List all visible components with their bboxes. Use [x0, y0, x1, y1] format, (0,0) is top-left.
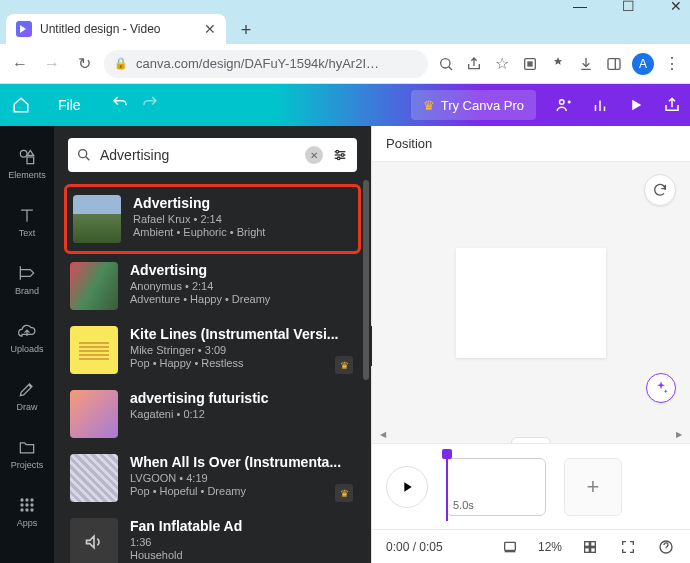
- sidebar-item-text[interactable]: Text: [0, 192, 54, 250]
- canva-top-bar: File ♛ Try Canva Pro: [0, 84, 690, 126]
- svg-rect-31: [585, 541, 590, 546]
- window-minimize[interactable]: —: [573, 0, 587, 14]
- sidebar-item-elements[interactable]: Elements: [0, 134, 54, 192]
- try-canva-pro-button[interactable]: ♛ Try Canva Pro: [411, 90, 536, 120]
- new-tab-button[interactable]: +: [232, 16, 260, 44]
- video-page[interactable]: [456, 248, 606, 358]
- playhead[interactable]: [446, 455, 448, 521]
- present-button[interactable]: [618, 84, 654, 126]
- track-tags: Ambient • Euphoric • Bright: [133, 226, 352, 238]
- svg-rect-34: [591, 547, 596, 552]
- audio-track-item[interactable]: AdvertisingAnonymus • 2:14Adventure • Ha…: [64, 254, 361, 318]
- svg-point-18: [20, 508, 23, 511]
- browser-menu-icon[interactable]: ⋮: [662, 54, 682, 74]
- track-title: When All Is Over (Instrumenta...: [130, 454, 355, 470]
- timeline-clip[interactable]: 5.0s: [446, 458, 546, 516]
- sidebar-label: Brand: [15, 286, 39, 296]
- track-meta: 1:36: [130, 536, 355, 548]
- notes-icon[interactable]: [500, 537, 520, 557]
- tab-title: Untitled design - Video: [40, 22, 196, 36]
- zoom-level[interactable]: 12%: [538, 540, 562, 554]
- track-title: Fan Inflatable Ad: [130, 518, 355, 534]
- browser-tab-bar: Untitled design - Video ✕ +: [0, 12, 690, 44]
- sidebar-label: Projects: [11, 460, 44, 470]
- svg-point-16: [25, 503, 28, 506]
- sidebar-item-brand[interactable]: Brand: [0, 250, 54, 308]
- close-tab-icon[interactable]: ✕: [204, 21, 216, 37]
- svg-rect-32: [591, 541, 596, 546]
- forward-button[interactable]: →: [40, 52, 64, 76]
- svg-line-22: [86, 157, 89, 160]
- reset-view-icon[interactable]: [644, 174, 676, 206]
- address-bar[interactable]: 🔒 canva.com/design/DAFuY-1594k/hyAr2I…: [104, 50, 428, 78]
- audio-track-item[interactable]: When All Is Over (Instrumenta...LVGOON •…: [64, 446, 361, 510]
- download-icon[interactable]: [576, 54, 596, 74]
- audio-track-item[interactable]: AdvertisingRafael Krux • 2:14Ambient • E…: [64, 184, 361, 254]
- share-icon[interactable]: [464, 54, 484, 74]
- track-title: Advertising: [130, 262, 355, 278]
- profile-avatar[interactable]: A: [632, 53, 654, 75]
- position-button[interactable]: Position: [386, 136, 432, 151]
- track-tags: Pop • Happy • Restless: [130, 357, 355, 369]
- svg-point-6: [560, 100, 565, 105]
- clear-search-icon[interactable]: ✕: [305, 146, 323, 164]
- timeline-play-button[interactable]: [386, 466, 428, 508]
- sidebar-item-projects[interactable]: Projects: [0, 424, 54, 482]
- collaborators-icon[interactable]: [546, 84, 582, 126]
- reload-button[interactable]: ↻: [72, 52, 96, 76]
- playback-time: 0:00 / 0:05: [386, 540, 443, 554]
- bookmark-icon[interactable]: ☆: [492, 54, 512, 74]
- analytics-icon[interactable]: [582, 84, 618, 126]
- search-icon: [76, 147, 92, 163]
- track-meta: Mike Stringer • 3:09: [130, 344, 355, 356]
- track-thumbnail: [70, 390, 118, 438]
- track-meta: Anonymus • 2:14: [130, 280, 355, 292]
- search-box[interactable]: ✕: [68, 138, 357, 172]
- sidepanel-icon[interactable]: [604, 54, 624, 74]
- filter-icon[interactable]: [331, 146, 349, 164]
- svg-point-0: [441, 58, 450, 67]
- zoom-icon[interactable]: [436, 54, 456, 74]
- magic-icon[interactable]: [646, 373, 676, 403]
- share-button[interactable]: [654, 84, 690, 126]
- browser-tab[interactable]: Untitled design - Video ✕: [6, 14, 226, 44]
- audio-track-item[interactable]: Kite Lines (Instrumental Versi...Mike St…: [64, 318, 361, 382]
- svg-line-1: [449, 66, 452, 69]
- track-title: advertising futuristic: [130, 390, 355, 406]
- window-maximize[interactable]: ☐: [622, 0, 635, 14]
- sidebar-label: Uploads: [10, 344, 43, 354]
- home-button[interactable]: [0, 84, 42, 126]
- redo-button[interactable]: [141, 94, 159, 116]
- fullscreen-icon[interactable]: [618, 537, 638, 557]
- svg-rect-4: [608, 58, 620, 69]
- extensions-icon[interactable]: [548, 54, 568, 74]
- track-thumbnail: [70, 518, 118, 563]
- search-input[interactable]: [100, 147, 297, 163]
- back-button[interactable]: ←: [8, 52, 32, 76]
- track-meta: Kagateni • 0:12: [130, 408, 355, 420]
- undo-button[interactable]: [111, 94, 129, 116]
- svg-point-28: [337, 157, 340, 160]
- sidebar-item-apps[interactable]: Apps: [0, 482, 54, 540]
- canvas-toolbar: Position: [372, 126, 690, 162]
- audio-track-item[interactable]: advertising futuristicKagateni • 0:12: [64, 382, 361, 446]
- audio-track-item[interactable]: Fan Inflatable Ad1:36Household: [64, 510, 361, 563]
- try-pro-label: Try Canva Pro: [441, 98, 524, 113]
- lock-icon: 🔒: [114, 57, 128, 70]
- window-titlebar: — ☐ ✕: [0, 0, 690, 12]
- help-icon[interactable]: [656, 537, 676, 557]
- svg-point-10: [20, 150, 27, 157]
- sidebar-item-draw[interactable]: Draw: [0, 366, 54, 424]
- canvas-workspace[interactable]: ⌄: [372, 162, 690, 443]
- pro-badge-icon: ♛: [335, 484, 353, 502]
- svg-rect-11: [27, 157, 34, 164]
- sidebar-item-uploads[interactable]: Uploads: [0, 308, 54, 366]
- window-close[interactable]: ✕: [670, 0, 682, 14]
- extension-icon-1[interactable]: [520, 54, 540, 74]
- panel-scrollbar[interactable]: [363, 180, 369, 510]
- svg-point-17: [30, 503, 33, 506]
- file-menu[interactable]: File: [42, 84, 97, 126]
- add-page-button[interactable]: +: [564, 458, 622, 516]
- grid-view-icon[interactable]: [580, 537, 600, 557]
- pro-badge-icon: ♛: [335, 356, 353, 374]
